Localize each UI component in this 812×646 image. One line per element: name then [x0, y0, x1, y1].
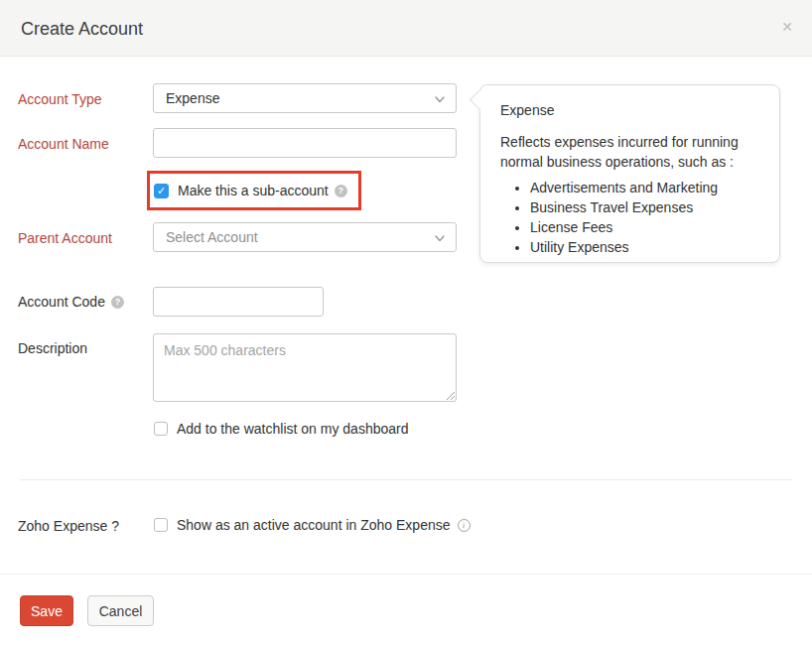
- create-account-dialog: Create Account ✕ Account Type Expense Ac…: [0, 0, 812, 646]
- list-item: Advertisements and Marketing: [530, 178, 761, 197]
- section-divider: [20, 479, 792, 480]
- watchlist-label: Add to the watchlist on my dashboard: [177, 421, 408, 437]
- account-type-value: Expense: [166, 90, 219, 106]
- description-label: Description: [18, 340, 87, 356]
- zoho-expense-checkbox[interactable]: [154, 518, 168, 532]
- account-type-select[interactable]: Expense: [153, 83, 457, 113]
- chevron-down-icon: [434, 93, 446, 105]
- account-type-help-panel: Expense Reflects expenses incurred for r…: [479, 84, 780, 263]
- help-icon[interactable]: ?: [111, 296, 124, 309]
- account-code-label: Account Code: [18, 294, 105, 310]
- account-code-input[interactable]: [153, 287, 324, 317]
- account-name-input[interactable]: [153, 128, 457, 158]
- parent-account-placeholder: Select Account: [166, 229, 258, 245]
- list-item: License Fees: [530, 217, 761, 237]
- page-title: Create Account: [21, 19, 143, 40]
- list-item: Business Travel Expenses: [530, 197, 761, 217]
- zoho-expense-label: Zoho Expense ?: [18, 518, 119, 534]
- sub-account-label: Make this a sub-account: [178, 183, 329, 198]
- account-name-label: Account Name: [18, 136, 109, 152]
- chevron-down-icon: [434, 232, 446, 244]
- watchlist-checkbox[interactable]: [154, 422, 168, 436]
- tooltip-arrow: [470, 89, 490, 110]
- account-type-label: Account Type: [18, 91, 102, 107]
- parent-account-label: Parent Account: [18, 230, 112, 246]
- zoho-expense-checkbox-label: Show as an active account in Zoho Expens…: [177, 517, 451, 533]
- description-textarea[interactable]: [153, 333, 457, 402]
- list-item: Utility Expenses: [530, 237, 761, 257]
- dialog-header: Create Account ✕: [0, 0, 812, 57]
- watchlist-row: Add to the watchlist on my dashboard: [154, 421, 408, 437]
- zoho-expense-row: Show as an active account in Zoho Expens…: [154, 517, 471, 533]
- tooltip-description: Reflects expenses incurred for running n…: [500, 132, 760, 172]
- sub-account-checkbox[interactable]: ✓: [154, 184, 169, 198]
- footer-divider: [0, 574, 812, 575]
- account-code-label-row: Account Code ?: [18, 294, 124, 310]
- help-icon[interactable]: ?: [335, 185, 347, 197]
- sub-account-row: ✓ Make this a sub-account ?: [154, 183, 347, 198]
- close-icon[interactable]: ✕: [778, 18, 796, 36]
- check-icon: ✓: [157, 186, 166, 196]
- tooltip-title: Expense: [500, 102, 761, 118]
- info-icon[interactable]: i: [458, 519, 471, 532]
- tooltip-example-list: Advertisements and Marketing Business Tr…: [530, 178, 761, 257]
- parent-account-select[interactable]: Select Account: [153, 222, 457, 252]
- cancel-button[interactable]: Cancel: [87, 595, 154, 626]
- save-button[interactable]: Save: [20, 595, 73, 626]
